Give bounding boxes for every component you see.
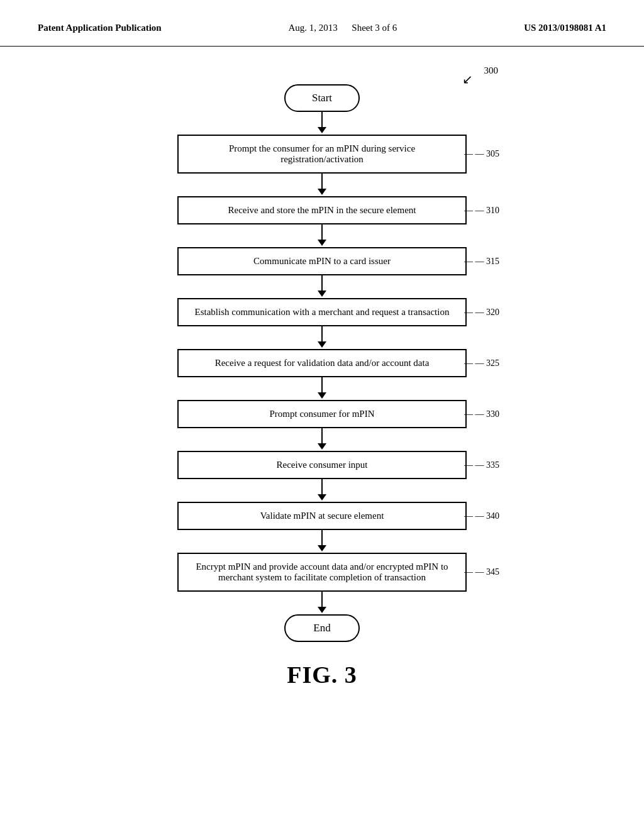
- header: Patent Application Publication Aug. 1, 2…: [0, 0, 644, 47]
- step-row-345: Encrypt mPIN and provide account data an…: [133, 553, 511, 592]
- step-row-310: Receive and store the mPIN in the secure…: [133, 196, 511, 224]
- step-row-305: Prompt the consumer for an mPIN during s…: [133, 135, 511, 174]
- process-box-330: Prompt consumer for mPIN: [177, 400, 467, 428]
- arrow-315: [133, 275, 511, 298]
- process-box-335: Receive consumer input: [177, 451, 467, 479]
- process-box-310: Receive and store the mPIN in the secure…: [177, 196, 467, 224]
- ref-label-315: — 315: [464, 257, 499, 267]
- arrow-305: [133, 174, 511, 196]
- arrow-340: [133, 530, 511, 553]
- step-row-325: Receive a request for validation data an…: [133, 349, 511, 377]
- process-box-325: Receive a request for validation data an…: [177, 349, 467, 377]
- header-left: Patent Application Publication: [38, 23, 162, 33]
- step-row-340: Validate mPIN at secure element— 340: [133, 502, 511, 530]
- figure-caption: FIG. 3: [287, 661, 357, 689]
- process-box-320: Establish communication with a merchant …: [177, 298, 467, 326]
- arrow-final: [133, 592, 511, 614]
- header-center: Aug. 1, 2013 Sheet 3 of 6: [288, 23, 397, 33]
- start-capsule: Start: [284, 84, 360, 112]
- arrow-325: [133, 377, 511, 400]
- ref-label-340: — 340: [464, 511, 499, 521]
- arrow-320: [133, 326, 511, 349]
- step-row-315: Communicate mPIN to a card issuer— 315: [133, 247, 511, 275]
- ref-label-310: — 310: [464, 206, 499, 216]
- arrow-0: [318, 112, 326, 135]
- arrow-335: [133, 479, 511, 502]
- start-row: Start: [133, 84, 511, 112]
- step-row-320: Establish communication with a merchant …: [133, 298, 511, 326]
- process-box-305: Prompt the consumer for an mPIN during s…: [177, 135, 467, 174]
- diagram-container: 300 ↙ Start Prompt the consumer for an m…: [0, 47, 644, 701]
- step-row-335: Receive consumer input— 335: [133, 451, 511, 479]
- header-sheet: Sheet 3 of 6: [352, 23, 397, 33]
- page: Patent Application Publication Aug. 1, 2…: [0, 0, 644, 830]
- ref-label-320: — 320: [464, 307, 499, 318]
- header-right: US 2013/0198081 A1: [524, 23, 606, 33]
- process-box-345: Encrypt mPIN and provide account data an…: [177, 553, 467, 592]
- step-row-330: Prompt consumer for mPIN— 330: [133, 400, 511, 428]
- process-box-340: Validate mPIN at secure element: [177, 502, 467, 530]
- ref-label-345: — 345: [464, 567, 499, 577]
- ref-label-305: — 305: [464, 149, 499, 159]
- ref-label-330: — 330: [464, 409, 499, 419]
- end-capsule: End: [284, 614, 360, 642]
- header-date: Aug. 1, 2013: [288, 23, 337, 33]
- process-box-315: Communicate mPIN to a card issuer: [177, 247, 467, 275]
- ref-label-335: — 335: [464, 460, 499, 470]
- end-row: End: [133, 614, 511, 642]
- diagram-label-300: 300: [484, 65, 499, 76]
- arrow-310: [133, 224, 511, 247]
- arrow-330: [133, 428, 511, 451]
- ref-label-325: — 325: [464, 358, 499, 368]
- flowchart: Start Prompt the consumer for an mPIN du…: [38, 84, 606, 642]
